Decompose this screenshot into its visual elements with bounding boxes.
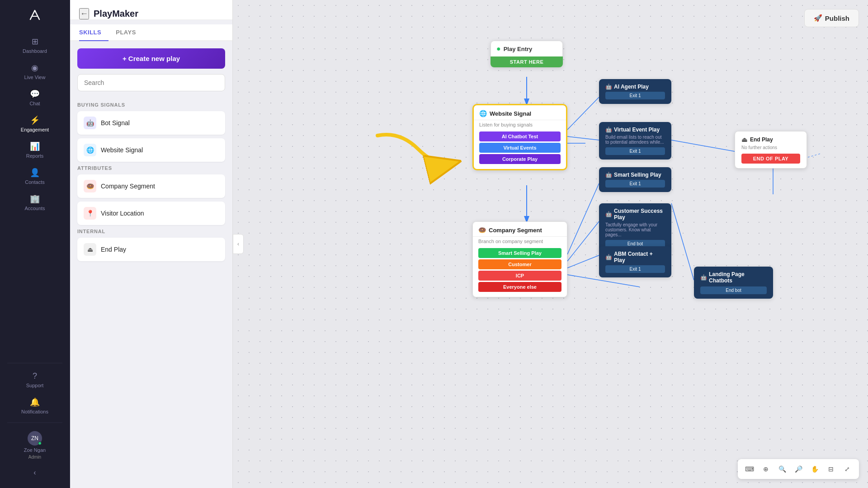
ai-agent-exit: Exit 1 [605, 92, 665, 99]
node-company-segment[interactable]: 🍩 Company Segment Branch on company segm… [472, 221, 567, 297]
zoom-out-button[interactable]: 🔎 [791, 462, 806, 476]
ai-agent-title: 🤖 AI Agent Play [605, 84, 665, 90]
accounts-icon: 🏢 [30, 194, 40, 204]
cs-tag-2: Customer [478, 259, 561, 269]
sidebar-item-accounts[interactable]: 🏢 Accounts [0, 189, 70, 216]
end-play-name: End Play [101, 246, 126, 253]
website-signal-name: Website Signal [101, 146, 143, 154]
play-entry-body: START HERE [491, 56, 563, 67]
keyboard-tool-button[interactable]: ⌨ [742, 462, 757, 476]
cs-header: 🍩 Company Segment [473, 222, 567, 237]
tab-skills[interactable]: SKILLS [79, 24, 108, 41]
end-play-desc: No further actions [741, 145, 800, 150]
target-tool-button[interactable]: ⊕ [759, 462, 773, 476]
sidebar-item-dashboard[interactable]: ⊞ Dashboard [0, 32, 70, 58]
ws-subtitle: Listen for buying signals [474, 120, 566, 130]
svg-line-2 [567, 97, 599, 130]
grid-tool-button[interactable]: ⊟ [824, 462, 838, 476]
sidebar-item-notifications[interactable]: 🔔 Notifications [0, 393, 70, 419]
end-play-title: ⏏ End Play [741, 136, 800, 143]
create-new-play-button[interactable]: + Create new play [77, 48, 225, 69]
panel: ← PlayMaker SKILLS PLAYS + Create new pl… [70, 0, 233, 488]
app-logo[interactable] [27, 7, 43, 23]
publish-icon: 🚀 [814, 14, 822, 22]
buying-signals-label: BUYING SIGNALS [77, 102, 225, 108]
svg-line-6 [567, 221, 599, 261]
node-smart-selling[interactable]: 🤖 Smart Selling Play Exit 1 [599, 167, 671, 192]
user-profile[interactable]: ZN Zoe Ngan Admin [0, 427, 70, 464]
sidebar-item-engagement[interactable]: ⚡ Engagement [0, 111, 70, 137]
search-input[interactable] [77, 74, 225, 91]
abm-contact-title: 🤖 ABM Contact + Play [605, 251, 665, 263]
ws-tag-2: Virtual Events [479, 143, 561, 153]
ws-tag-3: Corporate Play [479, 154, 561, 164]
cs-subtitle: Branch on company segment [473, 237, 567, 247]
annotation-arrow [364, 122, 491, 190]
sidebar-item-live-view[interactable]: ◉ Live View [0, 58, 70, 84]
end-play-badge: END OF PLAY [741, 154, 800, 164]
landing-page-exit: End bot [700, 286, 767, 294]
node-end-play[interactable]: ⏏ End Play No further actions END OF PLA… [735, 131, 807, 169]
node-abm-contact[interactable]: 🤖 ABM Contact + Play Exit 1 [599, 246, 671, 277]
sidebar-item-reports[interactable]: 📊 Reports [0, 137, 70, 163]
skill-bot-signal[interactable]: 🤖 Bot Signal [77, 111, 225, 135]
notifications-icon: 🔔 [30, 397, 40, 407]
bot-signal-name: Bot Signal [101, 119, 130, 127]
reports-icon: 📊 [30, 141, 40, 151]
bot-signal-icon: 🤖 [84, 117, 96, 129]
chat-icon: 💬 [30, 89, 40, 99]
end-play-icon: ⏏ [84, 243, 96, 256]
cs-tag-4: Everyone else [478, 282, 561, 292]
virtual-event-desc: Build email lists to reach out to potent… [605, 135, 665, 145]
zoom-in-button[interactable]: 🔍 [775, 462, 789, 476]
smart-selling-exit: Exit 1 [605, 180, 665, 188]
canvas-toolbar: 🚀 Publish [804, 9, 859, 27]
svg-line-10 [671, 203, 694, 280]
cs-tag-1: Smart Selling Play [478, 248, 561, 258]
virtual-event-title: 🤖 Virtual Event Play [605, 127, 665, 133]
node-website-signal[interactable]: 🌐 Website Signal Listen for buying signa… [472, 104, 567, 170]
attributes-label: ATTRIBUTES [77, 165, 225, 171]
skill-company-segment[interactable]: 🍩 Company Segment [77, 174, 225, 198]
avatar: ZN [28, 431, 42, 446]
support-icon: ? [33, 371, 37, 381]
engagement-icon: ⚡ [30, 115, 40, 125]
panel-header: ← PlayMaker [70, 0, 232, 20]
node-virtual-event[interactable]: 🤖 Virtual Event Play Build email lists t… [599, 122, 671, 160]
company-segment-name: Company Segment [101, 183, 155, 190]
back-button[interactable]: ← [79, 8, 89, 19]
customer-success-desc: Tactfully engage with your customers. Kn… [605, 222, 665, 237]
node-landing-page[interactable]: 🤖 Landing Page Chatbots End bot [694, 267, 773, 299]
publish-button[interactable]: 🚀 Publish [804, 9, 859, 27]
node-ai-agent[interactable]: 🤖 AI Agent Play Exit 1 [599, 79, 671, 104]
panel-content: + Create new play BUYING SIGNALS 🤖 Bot S… [70, 41, 232, 488]
visitor-location-icon: 📍 [84, 207, 96, 220]
skill-website-signal[interactable]: 🌐 Website Signal [77, 138, 225, 162]
node-customer-success[interactable]: 🤖 Customer Success Play Tactfully engage… [599, 203, 671, 252]
sidebar-collapse-btn[interactable]: ‹ [0, 464, 70, 481]
sidebar-item-support[interactable]: ? Support [0, 367, 70, 393]
tab-plays[interactable]: PLAYS [116, 24, 143, 41]
canvas-bottom-toolbar: ⌨ ⊕ 🔍 🔎 ✋ ⊟ ⤢ [738, 459, 859, 479]
fullscreen-button[interactable]: ⤢ [840, 462, 854, 476]
dashboard-icon: ⊞ [32, 37, 38, 47]
skill-visitor-location[interactable]: 📍 Visitor Location [77, 202, 225, 225]
virtual-event-exit: Exit 1 [605, 147, 665, 155]
abm-contact-exit: Exit 1 [605, 265, 665, 273]
svg-line-9 [671, 140, 735, 151]
cs-tag-3: ICP [478, 271, 561, 281]
smart-selling-title: 🤖 Smart Selling Play [605, 172, 665, 178]
canvas-area[interactable]: ‹ 🚀 Publish [233, 0, 868, 488]
sidebar: ⊞ Dashboard ◉ Live View 💬 Chat ⚡ Engagem… [0, 0, 70, 488]
panel-tabs: SKILLS PLAYS [70, 24, 232, 41]
skill-end-play[interactable]: ⏏ End Play [77, 238, 225, 261]
node-play-entry[interactable]: ● Play Entry START HERE [491, 41, 563, 67]
panel-collapse-button[interactable]: ‹ [233, 234, 244, 254]
pan-tool-button[interactable]: ✋ [807, 462, 822, 476]
sidebar-item-chat[interactable]: 💬 Chat [0, 84, 70, 111]
landing-page-title: 🤖 Landing Page Chatbots [700, 271, 767, 284]
panel-title: PlayMaker [94, 9, 138, 19]
sidebar-item-contacts[interactable]: 👤 Contacts [0, 163, 70, 189]
contacts-icon: 👤 [30, 168, 40, 178]
internal-label: INTERNAL [77, 229, 225, 234]
